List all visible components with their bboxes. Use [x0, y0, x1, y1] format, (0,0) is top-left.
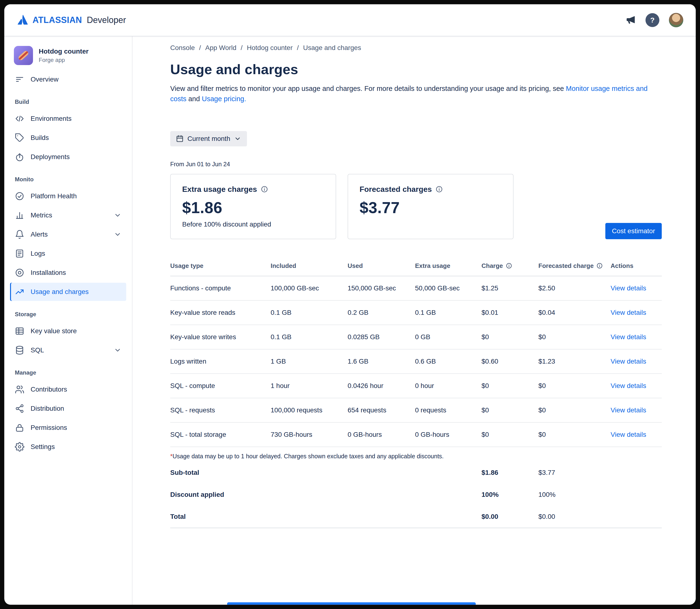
discount-charge: 100%: [482, 491, 538, 499]
card-title: Extra usage charges: [182, 185, 257, 194]
sidebar-item-settings[interactable]: Settings: [10, 438, 126, 456]
sidebar-item-deployments[interactable]: Deployments: [10, 148, 126, 166]
avatar[interactable]: [669, 13, 683, 27]
cell-forecast: $0: [538, 382, 611, 390]
total-label: Total: [170, 513, 482, 521]
view-details-link[interactable]: View details: [611, 406, 646, 414]
database-icon: [15, 345, 24, 355]
sidebar-item-logs[interactable]: Logs: [10, 244, 126, 263]
cell-forecast: $0: [538, 406, 611, 414]
info-icon[interactable]: [506, 263, 512, 269]
usage-pricing-link[interactable]: Usage pricing.: [202, 95, 246, 103]
page-title: Usage and charges: [170, 61, 662, 77]
info-icon[interactable]: [261, 186, 268, 193]
cell-charge: $0: [482, 431, 538, 438]
sidebar-item-label: Environments: [31, 115, 71, 122]
view-details-link[interactable]: View details: [611, 309, 646, 316]
extra-usage-amount: $1.86: [182, 198, 324, 217]
forecasted-charges-card: Forecasted charges $3.77: [347, 174, 514, 239]
subtotal-label: Sub-total: [170, 469, 482, 476]
main-content: Console / App World / Hotdog counter / U…: [132, 36, 696, 605]
discount-forecast: 100%: [538, 491, 611, 499]
app-window: ATLASSIANDeveloper ? Hotdog counter: [4, 4, 696, 605]
chevron-down-icon[interactable]: [114, 231, 122, 238]
breadcrumb-console[interactable]: Console: [170, 44, 195, 52]
breadcrumb-separator: /: [241, 44, 243, 52]
people-icon: [15, 385, 24, 394]
sidebar-item-contributors[interactable]: Contributors: [10, 380, 126, 399]
page-description: View and filter metrics to monitor your …: [170, 84, 662, 104]
sidebar-item-metrics[interactable]: Metrics: [10, 206, 126, 224]
footnote-asterisk: *: [170, 453, 173, 459]
chevron-down-icon[interactable]: [114, 211, 122, 219]
cell-charge: $0.01: [482, 309, 538, 316]
breadcrumb-app-world[interactable]: App World: [205, 44, 236, 52]
cell-extra: 0 hour: [415, 382, 482, 390]
announcement-icon[interactable]: [625, 15, 636, 25]
cell-extra: 0.6 GB: [415, 358, 482, 365]
sidebar-item-label: Installations: [31, 269, 66, 277]
view-details-link[interactable]: View details: [611, 358, 646, 365]
cell-included: 730 GB-hours: [271, 431, 347, 438]
extra-usage-charges-card: Extra usage charges $1.86 Before 100% di…: [170, 174, 336, 239]
cell-usage-type: Key-value store reads: [170, 309, 271, 316]
view-details-link[interactable]: View details: [611, 333, 646, 341]
column-extra-usage: Extra usage: [415, 262, 482, 269]
view-details-link[interactable]: View details: [611, 284, 646, 292]
table-row: Key-value store reads 0.1 GB 0.2 GB 0.1 …: [170, 301, 662, 325]
cell-extra: 0 requests: [415, 406, 482, 414]
cell-extra: 0.1 GB: [415, 309, 482, 316]
gear-icon: [15, 442, 24, 452]
sidebar-item-platform-health[interactable]: Platform Health: [10, 187, 126, 205]
sidebar-section-monitor: Monito: [10, 167, 126, 187]
cell-usage-type: SQL - requests: [170, 406, 271, 414]
atlassian-logo[interactable]: ATLASSIANDeveloper: [17, 14, 126, 26]
sidebar-section-build: Build: [10, 89, 126, 109]
code-icon: [15, 114, 24, 123]
sidebar-item-label: Contributors: [31, 386, 67, 393]
breadcrumb-current: Usage and charges: [303, 44, 361, 52]
breadcrumb-separator: /: [199, 44, 201, 52]
chevron-down-icon[interactable]: [114, 346, 122, 354]
cell-usage-type: Functions - compute: [170, 284, 271, 292]
info-icon[interactable]: [596, 263, 603, 269]
table-row: SQL - total storage 730 GB-hours 0 GB-ho…: [170, 423, 662, 447]
atlassian-logo-icon: [17, 14, 29, 26]
sidebar-item-installations[interactable]: Installations: [10, 264, 126, 282]
cell-forecast: $0: [538, 333, 611, 341]
sidebar-item-usage-and-charges[interactable]: Usage and charges: [10, 283, 126, 301]
product-name: Developer: [87, 15, 126, 25]
column-charge: Charge: [482, 262, 538, 269]
sidebar-item-label: Alerts: [31, 231, 48, 238]
view-details-link[interactable]: View details: [611, 431, 646, 438]
cell-used: 0.2 GB: [347, 309, 415, 316]
lock-icon: [15, 423, 24, 433]
sidebar-item-distribution[interactable]: Distribution: [10, 399, 126, 418]
forecasted-amount: $3.77: [360, 198, 502, 217]
sidebar-item-label: Permissions: [31, 424, 67, 432]
sidebar-item-label: Settings: [31, 443, 55, 451]
sidebar-item-sql[interactable]: SQL: [10, 341, 126, 359]
cell-charge: $0: [482, 406, 538, 414]
view-details-link[interactable]: View details: [611, 382, 646, 389]
total-forecast: $0.00: [538, 513, 611, 521]
breadcrumb-separator: /: [297, 44, 299, 52]
info-icon[interactable]: [435, 186, 443, 193]
sidebar-item-builds[interactable]: Builds: [10, 129, 126, 147]
shell: Hotdog counter Forge app Overview Build: [4, 36, 696, 605]
breadcrumb: Console / App World / Hotdog counter / U…: [170, 44, 662, 52]
sidebar-item-alerts[interactable]: Alerts: [10, 225, 126, 244]
help-icon[interactable]: ?: [646, 13, 659, 27]
cell-forecast: $1.23: [538, 358, 611, 365]
period-dropdown[interactable]: Current month: [170, 131, 247, 146]
cell-charge: $0: [482, 382, 538, 390]
sidebar-item-permissions[interactable]: Permissions: [10, 419, 126, 437]
sidebar-item-overview[interactable]: Overview: [10, 70, 126, 88]
cell-used: 0 GB-hours: [347, 431, 415, 438]
cell-usage-type: Key-value store writes: [170, 333, 271, 341]
sidebar-item-environments[interactable]: Environments: [10, 109, 126, 128]
sidebar-item-key-value-store[interactable]: Key value store: [10, 322, 126, 340]
sidebar-nav: Overview Build Environments Builds: [10, 70, 126, 456]
cost-estimator-button[interactable]: Cost estimator: [605, 223, 662, 239]
breadcrumb-hotdog-counter[interactable]: Hotdog counter: [247, 44, 293, 52]
